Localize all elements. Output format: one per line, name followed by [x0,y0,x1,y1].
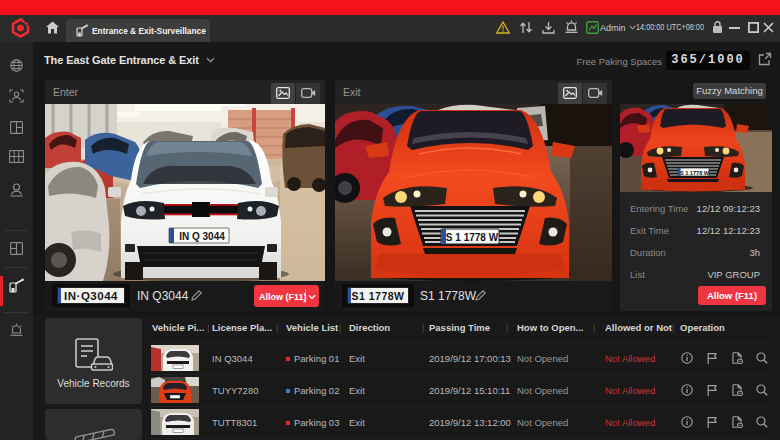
svg-text:S 1 1778 W: S 1 1778 W [446,232,499,243]
svg-text:S 1 1778 W: S 1 1778 W [680,170,710,176]
svg-text:IN Q 3044: IN Q 3044 [179,231,225,242]
